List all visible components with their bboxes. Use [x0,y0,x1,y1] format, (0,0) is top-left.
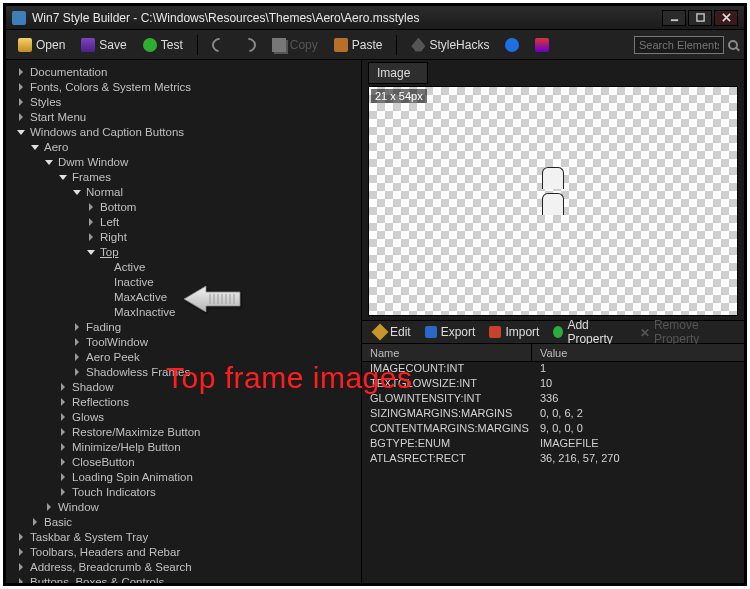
tree-item[interactable]: Top [6,244,361,259]
chevron-down-icon[interactable] [30,142,40,152]
stylehacks-button[interactable]: StyleHacks [405,36,495,54]
chevron-right-icon[interactable] [58,457,68,467]
search-icon[interactable] [728,40,738,50]
undo-button[interactable] [206,36,232,54]
close-button[interactable] [714,10,738,26]
image-preview[interactable]: 21 x 54px [368,86,738,316]
edit-button[interactable]: Edit [368,324,417,340]
search-input[interactable] [634,36,724,54]
tree-pane[interactable]: DocumentationFonts, Colors & System Metr… [6,60,362,583]
info-button[interactable] [499,36,525,54]
chevron-down-icon[interactable] [16,127,26,137]
tree-item[interactable]: Glows [6,409,361,424]
tree-item[interactable]: Shadow [6,379,361,394]
column-value[interactable]: Value [532,344,744,361]
chevron-right-icon[interactable] [72,367,82,377]
import-button[interactable]: Import [483,324,545,340]
properties-list[interactable]: IMAGECOUNT:INT1TEXTGLOWSIZE:INT10GLOWINT… [362,362,744,583]
chevron-right-icon[interactable] [16,67,26,77]
chevron-right-icon[interactable] [16,112,26,122]
tree-item[interactable]: MaxActive [6,289,361,304]
tree-item[interactable]: Toolbars, Headers and Rebar [6,544,361,559]
chevron-right-icon[interactable] [86,202,96,212]
chevron-down-icon[interactable] [44,157,54,167]
chevron-right-icon[interactable] [86,217,96,227]
tree-item[interactable]: Shadowless Frames [6,364,361,379]
property-row[interactable]: ATLASRECT:RECT36, 216, 57, 270 [362,452,744,467]
tree-item[interactable]: Restore/Maximize Button [6,424,361,439]
property-row[interactable]: SIZINGMARGINS:MARGINS0, 0, 6, 2 [362,407,744,422]
remove-property-button[interactable]: ✕Remove Property [634,317,738,347]
chevron-right-icon[interactable] [72,352,82,362]
tree-item[interactable]: Aero [6,139,361,154]
tree-item[interactable]: Address, Breadcrumb & Search [6,559,361,574]
tree-item[interactable]: Right [6,229,361,244]
tree-item[interactable]: Touch Indicators [6,484,361,499]
tree-item[interactable]: Start Menu [6,109,361,124]
chevron-right-icon[interactable] [58,442,68,452]
chevron-right-icon[interactable] [16,547,26,557]
tree-item[interactable]: CloseButton [6,454,361,469]
image-tab[interactable]: Image [368,62,428,84]
chevron-right-icon[interactable] [72,337,82,347]
chevron-right-icon[interactable] [58,397,68,407]
column-name[interactable]: Name [362,344,532,361]
export-button[interactable]: Export [419,324,482,340]
open-button[interactable]: Open [12,36,71,54]
tree-item[interactable]: Taskbar & System Tray [6,529,361,544]
chevron-right-icon[interactable] [44,502,54,512]
tree-item[interactable]: Reflections [6,394,361,409]
tree-item[interactable]: Buttons, Boxes & Controls [6,574,361,583]
chevron-right-icon[interactable] [58,487,68,497]
tree-item[interactable]: Loading Spin Animation [6,469,361,484]
chevron-down-icon[interactable] [72,187,82,197]
chevron-right-icon[interactable] [16,532,26,542]
tree-item[interactable]: Window [6,499,361,514]
copy-button[interactable]: Copy [266,36,324,54]
tree-item[interactable]: Bottom [6,199,361,214]
property-row[interactable]: TEXTGLOWSIZE:INT10 [362,377,744,392]
tree-item[interactable]: Normal [6,184,361,199]
tree-item[interactable]: Aero Peek [6,349,361,364]
tree-item[interactable]: Styles [6,94,361,109]
chevron-right-icon[interactable] [30,517,40,527]
property-row[interactable]: IMAGECOUNT:INT1 [362,362,744,377]
tree-item[interactable]: MaxInactive [6,304,361,319]
tree-item[interactable]: Documentation [6,64,361,79]
add-property-button[interactable]: Add Property [547,317,631,347]
chevron-right-icon[interactable] [72,322,82,332]
tree-item[interactable]: Basic [6,514,361,529]
property-row[interactable]: BGTYPE:ENUMIMAGEFILE [362,437,744,452]
minimize-button[interactable] [662,10,686,26]
chevron-down-icon[interactable] [86,247,96,257]
chevron-right-icon[interactable] [86,232,96,242]
chevron-right-icon[interactable] [16,97,26,107]
tree-item[interactable]: Fonts, Colors & System Metrics [6,79,361,94]
tree-item[interactable]: ToolWindow [6,334,361,349]
paste-button[interactable]: Paste [328,36,389,54]
property-row[interactable]: GLOWINTENSITY:INT336 [362,392,744,407]
chevron-right-icon[interactable] [16,562,26,572]
tree-item[interactable]: Left [6,214,361,229]
chevron-right-icon[interactable] [16,577,26,584]
save-button[interactable]: Save [75,36,132,54]
chevron-right-icon[interactable] [58,412,68,422]
chevron-right-icon[interactable] [16,82,26,92]
chevron-right-icon[interactable] [58,382,68,392]
tree-item[interactable]: Inactive [6,274,361,289]
tree-item[interactable]: Frames [6,169,361,184]
maximize-button[interactable] [688,10,712,26]
redo-button[interactable] [236,36,262,54]
tree-item[interactable]: Fading [6,319,361,334]
wand-button[interactable] [529,36,555,54]
theme-tree[interactable]: DocumentationFonts, Colors & System Metr… [6,64,361,583]
tree-item[interactable]: Active [6,259,361,274]
tree-item[interactable]: Dwm Window [6,154,361,169]
tree-item[interactable]: Minimize/Help Button [6,439,361,454]
chevron-right-icon[interactable] [58,472,68,482]
property-row[interactable]: CONTENTMARGINS:MARGINS9, 0, 0, 0 [362,422,744,437]
title-bar[interactable]: Win7 Style Builder - C:\Windows\Resource… [6,6,744,30]
tree-item[interactable]: Windows and Caption Buttons [6,124,361,139]
chevron-down-icon[interactable] [58,172,68,182]
test-button[interactable]: Test [137,36,189,54]
